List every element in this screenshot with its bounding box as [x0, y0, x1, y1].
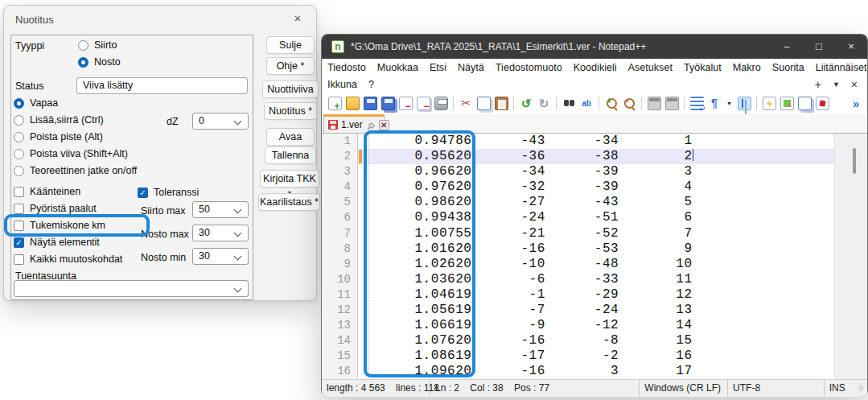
checkbox-icon[interactable] — [14, 254, 24, 265]
radio-icon[interactable] — [14, 149, 24, 159]
replace-icon[interactable]: ab — [580, 97, 594, 110]
document-list-icon[interactable] — [798, 97, 812, 110]
radio-icon[interactable] — [14, 132, 24, 142]
toleranssi-row[interactable]: ✓ Toleranssi — [138, 186, 199, 199]
plus-icon[interactable]: + — [815, 78, 821, 91]
checkbox-row-py-rist-paalut[interactable]: Pyöristä paalut — [14, 202, 97, 215]
checkbox-row-tukemiskone-km[interactable]: Tukemiskone km — [14, 219, 105, 232]
menu-help[interactable]: ? — [363, 79, 380, 90]
menu-tiedosto[interactable]: Tiedosto — [322, 62, 372, 73]
radio-icon[interactable] — [78, 57, 88, 68]
tyyppi-radio-siirto[interactable]: Siirto — [78, 39, 117, 52]
minimize-button[interactable]: – — [771, 35, 803, 59]
caret-down-icon[interactable]: ▼ — [726, 97, 734, 110]
checkbox-icon[interactable] — [14, 187, 24, 197]
radio-icon[interactable] — [14, 166, 24, 176]
open-file-icon[interactable] — [346, 97, 360, 110]
close-button[interactable]: × — [835, 35, 867, 59]
tyyppi-radio-nosto[interactable]: Nosto — [78, 56, 121, 68]
maximize-button[interactable]: □ — [803, 35, 835, 59]
find-icon[interactable] — [562, 97, 576, 110]
sync-horizontal-icon[interactable] — [665, 97, 679, 110]
editor-line-13[interactable]: 13 1.06619 -9 -12 14 — [322, 318, 867, 333]
checkbox-row-k-nteinen[interactable]: Käänteinen — [14, 185, 80, 198]
editor-line-7[interactable]: 7 1.00755 -21 -52 7 — [322, 226, 867, 241]
mode-radio-5[interactable]: Teoreettinen jatke on/off — [14, 164, 137, 177]
editor-line-3[interactable]: 3 0.96620 -34 -39 3 — [322, 164, 867, 179]
pin-tab-icon[interactable] — [366, 120, 376, 130]
save-icon[interactable] — [364, 97, 377, 110]
toolbar-overflow-icon[interactable]: » — [853, 97, 859, 110]
function-list-icon[interactable] — [763, 97, 776, 110]
menu-työkalut[interactable]: Työkalut — [678, 62, 727, 73]
checkbox-row-kaikki-muutoskohdat[interactable]: Kaikki muutoskohdat — [14, 253, 122, 266]
close-all-icon[interactable] — [417, 97, 430, 110]
menu-asetukset[interactable]: Asetukset — [623, 62, 678, 73]
menu-etsi[interactable]: Etsi — [424, 62, 452, 73]
resize-grip-icon[interactable]: ⠿ — [858, 384, 864, 393]
menu-makro[interactable]: Makro — [727, 62, 767, 73]
checkbox-icon[interactable]: ✓ — [14, 237, 24, 248]
tab-1ver[interactable]: 1.ver ✕ — [323, 114, 385, 133]
menu-tiedostomuoto[interactable]: Tiedostomuoto — [490, 62, 568, 73]
document-map-icon[interactable] — [780, 97, 794, 110]
menu-muokkaa[interactable]: Muokkaa — [372, 62, 424, 73]
button-avaa[interactable]: Avaa — [266, 128, 315, 146]
tab-close-icon[interactable]: ✕ — [379, 120, 389, 130]
mode-radio-3[interactable]: Poista piste (Alt) — [14, 130, 103, 143]
button-kirjoita-tkk[interactable]: Kirjoita TKK * — [260, 170, 319, 188]
cut-icon[interactable]: ✂ — [459, 97, 473, 110]
nosto-min-combo[interactable]: 30 — [192, 248, 249, 265]
print-icon[interactable] — [434, 97, 448, 110]
checkbox-icon[interactable] — [14, 221, 24, 231]
show-all-characters-icon[interactable]: ¶ — [708, 97, 722, 110]
undo-icon[interactable]: ↺ — [520, 97, 533, 110]
editor-line-8[interactable]: 8 1.01620 -16 -53 9 — [322, 241, 867, 257]
radio-icon[interactable] — [14, 115, 24, 126]
editor-line-6[interactable]: 6 0.99438 -24 -51 6 — [322, 210, 867, 225]
save-all-icon[interactable] — [381, 97, 395, 110]
caret-down-icon[interactable]: ▼ — [833, 80, 840, 89]
radio-icon[interactable] — [14, 98, 24, 109]
tuentasuunta-combo[interactable] — [14, 280, 249, 297]
toleranssi-checkbox[interactable]: ✓ — [138, 188, 148, 198]
new-file-icon[interactable] — [328, 97, 342, 110]
redo-icon[interactable]: ↻ — [537, 97, 551, 110]
titlebar[interactable]: n *G:\Oma Drive\1_RATA 2025\1_RATA\1_Esi… — [322, 35, 867, 59]
menu-näytä[interactable]: Näytä — [452, 62, 490, 73]
button-nuottiviiva[interactable]: Nuottiviiva — [262, 80, 319, 98]
editor-line-4[interactable]: 4 0.97620 -32 -39 4 — [322, 179, 867, 195]
mode-radio-1[interactable]: Vapaa — [14, 97, 58, 109]
button-ohje[interactable]: Ohje * — [266, 57, 315, 75]
radio-icon[interactable] — [78, 40, 88, 51]
editor-line-2[interactable]: 2 0.95620 -36 -38 2 — [322, 149, 867, 164]
editor-line-12[interactable]: 12 1.05619 -7 -24 13 — [322, 303, 867, 318]
checkbox-row-n-yt-elementit[interactable]: ✓Näytä elementit — [14, 236, 100, 249]
mode-radio-2[interactable]: Lisää,siirrä (Ctrl) — [14, 113, 104, 126]
editor-line-15[interactable]: 15 1.08619 -17 -2 16 — [322, 348, 867, 364]
editor-line-9[interactable]: 9 1.02620 -10 -48 10 — [322, 257, 867, 272]
status-field[interactable]: Viiva lisätty — [76, 77, 248, 94]
menu-koodikieli[interactable]: Koodikieli — [568, 62, 623, 73]
editor-line-5[interactable]: 5 0.98620 -27 -43 5 — [322, 195, 867, 210]
vertical-scrollbar[interactable] — [834, 134, 867, 379]
menu-liitännäiset[interactable]: Liitännäiset — [810, 62, 868, 73]
button-nuotitus[interactable]: Nuotitus * — [264, 102, 317, 120]
menubar-close-icon[interactable]: × — [851, 78, 858, 91]
checkbox-icon[interactable] — [14, 204, 24, 214]
paste-icon[interactable] — [495, 97, 508, 110]
dialog-close-icon[interactable]: × — [289, 11, 306, 27]
dz-combo[interactable]: 0 — [192, 113, 249, 130]
nosto-max-combo[interactable]: 30 — [192, 225, 249, 241]
editor-line-10[interactable]: 10 1.03620 -6 -33 11 — [322, 272, 867, 287]
indent-guide-icon[interactable] — [738, 97, 751, 110]
menu-suorita[interactable]: Suorita — [767, 62, 810, 73]
editor-line-14[interactable]: 14 1.07620 -16 -8 15 — [322, 333, 867, 348]
button-kaarilistaus[interactable]: Kaarilistaus * — [258, 193, 320, 211]
mode-radio-4[interactable]: Poista viiva (Shift+Alt) — [14, 147, 128, 160]
button-tallenna[interactable]: Tallenna — [265, 146, 316, 164]
siirto-max-combo[interactable]: 50 — [192, 201, 249, 218]
zoom-in-icon[interactable]: + — [605, 97, 619, 110]
sync-vertical-icon[interactable] — [648, 97, 661, 110]
button-sulje[interactable]: Sulje — [266, 36, 315, 54]
